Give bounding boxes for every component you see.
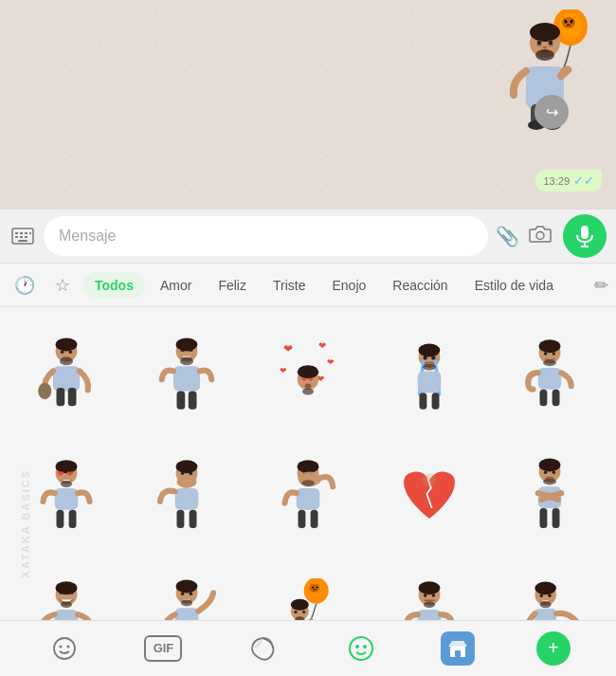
sticker-1[interactable]: [8, 315, 125, 432]
sticker-3[interactable]: ❤ ❤ ❤ ❤ ❤ ❤ ❤: [249, 315, 367, 432]
tab-todos[interactable]: Todos: [83, 272, 145, 299]
svg-point-87: [181, 472, 185, 476]
svg-point-160: [363, 645, 367, 649]
message-ticks: ✓✓: [573, 174, 594, 188]
sticker-11[interactable]: [8, 557, 125, 620]
active-sticker-icon[interactable]: [342, 630, 380, 667]
mic-button[interactable]: [563, 214, 607, 258]
svg-point-152: [548, 594, 551, 596]
sticker-14[interactable]: [371, 557, 488, 620]
sticker-4[interactable]: [371, 315, 488, 432]
svg-point-81: [61, 481, 72, 487]
svg-rect-162: [455, 650, 461, 657]
sticker-12[interactable]: [129, 557, 246, 620]
svg-point-112: [55, 581, 77, 594]
svg-point-142: [431, 594, 435, 597]
svg-text:❤: ❤: [280, 366, 287, 375]
sticker-2[interactable]: [129, 315, 246, 432]
svg-point-156: [60, 645, 63, 648]
tab-triste[interactable]: Triste: [262, 272, 317, 299]
sticker-7[interactable]: [129, 436, 246, 554]
svg-text:❤: ❤: [57, 469, 64, 479]
svg-point-141: [423, 594, 426, 597]
keyboard-icon[interactable]: [9, 223, 36, 249]
svg-rect-91: [177, 510, 185, 528]
svg-text:❤: ❤: [318, 340, 326, 351]
svg-point-46: [180, 356, 193, 365]
sticker-8[interactable]: [249, 436, 367, 554]
sticker-10[interactable]: [491, 436, 608, 554]
svg-point-14: [549, 41, 553, 46]
svg-point-62: [418, 343, 440, 356]
svg-rect-83: [56, 510, 63, 528]
svg-rect-100: [298, 510, 305, 528]
svg-rect-42: [56, 388, 64, 406]
svg-rect-109: [540, 508, 548, 528]
svg-point-107: [543, 479, 556, 485]
svg-rect-67: [419, 393, 426, 410]
tab-reaccion[interactable]: Reacción: [381, 272, 459, 299]
svg-point-118: [176, 579, 198, 593]
add-icon: +: [548, 637, 559, 659]
svg-rect-99: [297, 488, 320, 510]
gif-label: GIF: [154, 641, 174, 655]
tab-feliz[interactable]: Feliz: [207, 272, 258, 299]
svg-point-104: [539, 459, 561, 472]
svg-point-10: [530, 23, 560, 42]
svg-rect-47: [173, 366, 200, 391]
svg-point-65: [423, 363, 436, 370]
svg-point-64: [431, 356, 435, 359]
tab-estilo-vida[interactable]: Estilo de vida: [463, 272, 565, 299]
svg-rect-84: [68, 510, 76, 528]
sticker-grid: ❤ ❤ ❤ ❤ ❤ ❤ ❤: [0, 307, 616, 620]
sticker-15[interactable]: [491, 557, 608, 620]
svg-point-157: [67, 645, 70, 648]
gif-tab-button[interactable]: GIF: [144, 635, 182, 662]
add-sticker-button[interactable]: +: [536, 631, 571, 666]
svg-text:❤: ❤: [308, 375, 314, 382]
svg-text:❤: ❤: [301, 375, 307, 382]
svg-point-73: [543, 359, 556, 366]
favorites-tab-icon[interactable]: ☆: [45, 268, 80, 302]
svg-point-90: [177, 475, 197, 488]
sticker-tab-icon[interactable]: [244, 630, 281, 667]
camera-icon[interactable]: [529, 225, 552, 248]
svg-text:❤: ❤: [283, 342, 293, 356]
sticker-grid-container: XATAKA BASICS: [0, 307, 616, 620]
svg-rect-92: [190, 510, 197, 528]
svg-point-72: [553, 352, 556, 356]
svg-point-132: [291, 599, 309, 611]
emoji-tab-icon[interactable]: [45, 630, 83, 667]
svg-rect-154: [535, 609, 557, 620]
sticker-9[interactable]: [371, 436, 488, 554]
chat-area: ↪ 13:29 ✓✓: [0, 0, 616, 209]
svg-point-159: [355, 645, 359, 649]
svg-rect-76: [553, 389, 560, 406]
store-icon[interactable]: [441, 631, 475, 666]
tab-amor[interactable]: Amor: [149, 272, 203, 299]
message-input[interactable]: Mensaje: [44, 216, 488, 256]
svg-point-59: [305, 383, 312, 388]
tab-enojo[interactable]: Enojo: [320, 272, 377, 299]
svg-point-2: [562, 17, 575, 28]
svg-point-70: [539, 339, 561, 353]
svg-point-150: [535, 581, 557, 594]
svg-rect-32: [581, 226, 589, 239]
svg-rect-29: [18, 240, 27, 242]
bottom-toolbar: GIF +: [0, 620, 616, 675]
sticker-6[interactable]: ❤ ❤: [8, 436, 125, 554]
history-tab-icon[interactable]: 🕐: [8, 268, 42, 302]
message-bubble: 13:29 ✓✓: [535, 170, 602, 192]
attachment-icon[interactable]: 📎: [496, 225, 519, 247]
message-time: 13:29: [543, 175, 570, 187]
forward-icon[interactable]: ↪: [534, 95, 569, 129]
svg-rect-30: [29, 232, 31, 234]
svg-rect-82: [55, 488, 79, 510]
svg-point-71: [544, 352, 548, 356]
svg-point-88: [190, 472, 193, 476]
svg-point-31: [536, 231, 544, 239]
svg-point-151: [540, 594, 543, 596]
edit-icon[interactable]: ✏: [594, 275, 608, 296]
sticker-5[interactable]: [491, 315, 608, 432]
sticker-13[interactable]: [249, 557, 367, 620]
